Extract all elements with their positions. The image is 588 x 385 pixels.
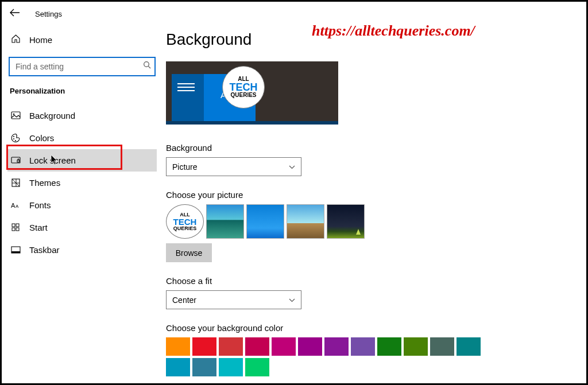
nav-icon	[11, 178, 21, 188]
color-swatch[interactable]	[245, 337, 269, 356]
nav-item-start[interactable]: Start	[7, 216, 157, 239]
search-icon	[143, 61, 151, 71]
picture-thumb-4[interactable]	[287, 204, 324, 239]
picture-thumb-3[interactable]	[246, 204, 284, 239]
svg-rect-17	[11, 251, 20, 253]
chevron-down-icon	[289, 164, 295, 170]
preview-logo: ALLTECHQUERIES	[222, 66, 265, 108]
color-swatch[interactable]	[192, 337, 216, 356]
nav-icon	[11, 155, 21, 165]
nav-item-label: Taskbar	[29, 245, 60, 255]
nav-icon	[11, 245, 21, 255]
svg-text:A: A	[11, 202, 16, 209]
choose-fit-label: Choose a fit	[166, 276, 338, 286]
svg-point-5	[13, 138, 14, 139]
nav-item-background[interactable]: Background	[7, 104, 157, 127]
nav-item-colors[interactable]: Colors	[7, 127, 157, 149]
nav-item-label: Colors	[29, 133, 54, 143]
svg-line-1	[148, 66, 150, 68]
page-title: Background	[166, 30, 579, 49]
search-input[interactable]	[9, 57, 156, 76]
color-swatch[interactable]	[430, 337, 454, 356]
nav-home-label: Home	[29, 35, 52, 45]
nav-icon	[11, 111, 21, 120]
svg-rect-14	[12, 228, 15, 231]
choose-picture-label: Choose your picture	[166, 190, 373, 200]
nav-item-taskbar[interactable]: Taskbar	[7, 239, 157, 261]
color-swatch[interactable]	[377, 337, 401, 356]
picture-thumb-2[interactable]	[206, 204, 244, 239]
svg-text:A: A	[16, 204, 19, 209]
picture-thumb-1[interactable]: ALLTECHQUERIES	[166, 204, 204, 239]
svg-rect-13	[16, 224, 19, 227]
nav-item-themes[interactable]: Themes	[7, 172, 157, 194]
nav-item-fonts[interactable]: AAFonts	[7, 194, 157, 216]
color-swatch[interactable]	[192, 358, 216, 376]
background-label: Background	[166, 143, 338, 153]
color-swatch[interactable]	[457, 337, 481, 356]
svg-rect-12	[12, 224, 15, 227]
svg-point-0	[144, 62, 149, 67]
back-button[interactable]	[7, 6, 22, 21]
svg-rect-8	[17, 160, 20, 162]
color-swatch[interactable]	[351, 337, 375, 356]
section-heading: Personalization	[10, 87, 154, 95]
chevron-down-icon	[289, 297, 295, 304]
color-swatch[interactable]	[166, 358, 190, 376]
fit-dropdown-value: Center	[172, 295, 196, 305]
svg-point-6	[15, 140, 16, 141]
background-preview: Aa ALLTECHQUERIES	[166, 61, 338, 125]
nav-icon	[11, 133, 21, 143]
choose-color-label: Choose your background color	[166, 323, 488, 333]
color-swatch[interactable]	[219, 337, 243, 356]
browse-button[interactable]: Browse	[166, 243, 212, 262]
color-swatch[interactable]	[219, 358, 243, 376]
nav-item-label: Lock screen	[29, 155, 76, 165]
background-dropdown-value: Picture	[172, 162, 198, 172]
nav-icon: AA	[11, 200, 21, 210]
nav-icon	[11, 223, 21, 232]
nav-item-label: Background	[29, 111, 75, 120]
nav-home[interactable]: Home	[7, 29, 157, 50]
svg-point-3	[13, 114, 15, 115]
color-swatch[interactable]	[166, 337, 190, 356]
picture-thumb-5[interactable]	[327, 204, 365, 239]
fit-dropdown[interactable]: Center	[166, 290, 301, 309]
color-swatch[interactable]	[324, 337, 349, 356]
window-title: Settings	[35, 10, 62, 18]
nav-item-lock-screen[interactable]: Lock screen	[7, 149, 157, 172]
nav-item-label: Themes	[29, 178, 60, 188]
color-swatch[interactable]	[404, 337, 428, 356]
nav-item-label: Fonts	[29, 200, 51, 210]
color-swatch[interactable]	[272, 337, 296, 356]
color-swatch[interactable]	[298, 337, 322, 356]
color-swatch[interactable]	[245, 358, 269, 376]
background-dropdown[interactable]: Picture	[166, 157, 301, 176]
svg-point-4	[13, 136, 14, 137]
home-icon	[11, 34, 21, 45]
nav-item-label: Start	[29, 223, 48, 232]
svg-rect-15	[16, 228, 19, 231]
